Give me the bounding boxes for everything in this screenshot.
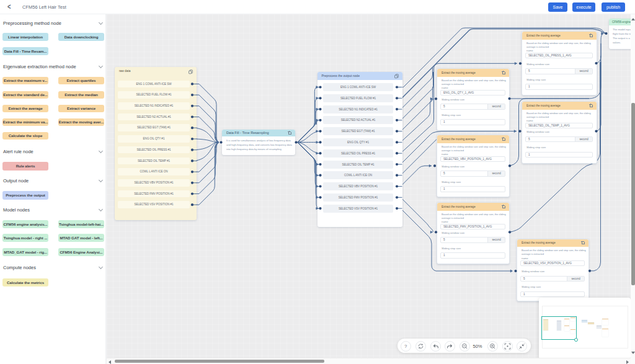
- svg-text:?: ?: [404, 344, 407, 349]
